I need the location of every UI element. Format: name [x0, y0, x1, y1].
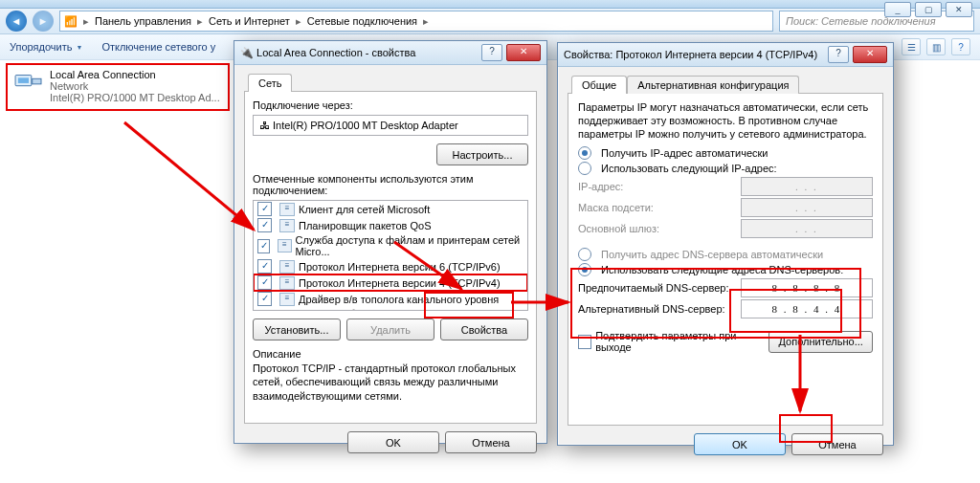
protocol-icon: ≡ — [279, 293, 295, 306]
nic-icon: 🔌 — [240, 47, 254, 59]
connect-via-label: Подключение через: — [253, 99, 528, 111]
maximize-button[interactable]: ▢ — [915, 2, 942, 17]
minimize-button[interactable]: _ — [884, 2, 911, 17]
install-button[interactable]: Установить... — [253, 318, 341, 340]
help-button[interactable]: ? — [481, 44, 502, 61]
connection-adapter: Intel(R) PRO/1000 MT Desktop Ad... — [13, 92, 222, 103]
organize-menu[interactable]: Упорядочить ▼ — [10, 41, 82, 53]
svg-rect-1 — [18, 77, 29, 83]
dns-alt-label: Альтернативный DNS-сервер: — [578, 303, 735, 315]
crumb[interactable]: Панель управления — [95, 15, 191, 27]
nav-back-button[interactable]: ◄ — [6, 11, 27, 32]
protocol-icon: ≡ — [279, 276, 295, 290]
component-item[interactable]: ✓≡Протокол Интернета версии 4 (TCP/IPv4) — [254, 274, 527, 291]
component-label: Планировщик пакетов QoS — [299, 220, 432, 231]
tab-general[interactable]: Общие — [571, 76, 627, 94]
protocol-icon: ≡ — [279, 260, 295, 274]
gateway-input: . . . — [741, 219, 873, 238]
dns-pref-label: Предпочитаемый DNS-сервер: — [578, 282, 735, 294]
properties-button[interactable]: Свойства — [440, 318, 528, 340]
mask-input: . . . — [741, 198, 873, 217]
tab-network[interactable]: Сеть — [248, 74, 292, 92]
ok-button[interactable]: OK — [694, 433, 786, 455]
dialog-title: Local Area Connection - свойства — [256, 47, 415, 58]
dialog-title: Свойства: Протокол Интернета версии 4 (T… — [564, 49, 817, 60]
ip-manual-radio[interactable]: Использовать следующий IP-адрес: — [578, 162, 873, 175]
close-button[interactable]: ✕ — [853, 46, 887, 63]
crumb[interactable]: Сеть и Интернет — [209, 15, 290, 27]
component-label: Протокол Интернета версии 4 (TCP/IPv4) — [299, 277, 501, 289]
nav-forward-button[interactable]: ► — [33, 11, 54, 32]
component-item[interactable]: ✓≡Планировщик пакетов QoS — [254, 217, 527, 233]
component-label: Служба доступа к файлам и принтерам сете… — [296, 234, 523, 257]
preview-pane-icon[interactable]: ▥ — [926, 38, 946, 55]
component-item[interactable]: ✓≡Драйвер в/в тополога канального уровня — [254, 291, 527, 307]
close-button[interactable]: ✕ — [506, 44, 541, 61]
disable-device-button[interactable]: Отключение сетевого у — [101, 41, 215, 53]
ip-input: . . . — [741, 177, 873, 196]
description-text: Протокол TCP/IP - стандартный протокол г… — [253, 362, 528, 403]
help-icon[interactable]: ? — [951, 38, 970, 55]
dns-manual-radio[interactable]: Использовать следующие адреса DNS-сервер… — [578, 263, 873, 276]
cancel-button[interactable]: Отмена — [445, 431, 537, 453]
checkbox-icon[interactable]: ✓ — [257, 239, 270, 253]
dns-pref-input[interactable]: 8 . 8 . 8 . 8 — [741, 278, 873, 297]
component-label: Протокол Интернета версии 6 (TCP/IPv6) — [299, 261, 501, 273]
help-button[interactable]: ? — [828, 46, 849, 63]
uninstall-button: Удалить — [346, 318, 434, 340]
checkbox-icon[interactable]: ✓ — [257, 218, 272, 232]
connection-status: Network — [13, 80, 222, 92]
protocol-icon: ≡ — [278, 239, 291, 252]
connection-name: Local Area Connection — [13, 69, 222, 80]
ip-auto-radio[interactable]: Получить IP-адрес автоматически — [578, 146, 873, 160]
checkbox-icon[interactable]: ✓ — [257, 202, 272, 216]
component-item[interactable]: ✓≡Ответчик обнаружения топологии канальн… — [254, 307, 527, 311]
connection-item[interactable]: Local Area Connection Network Intel(R) P… — [6, 63, 230, 111]
ipv4-properties-dialog: Свойства: Протокол Интернета версии 4 (T… — [557, 42, 894, 446]
dialog-titlebar[interactable]: 🔌 Local Area Connection - свойства ? ✕ — [234, 41, 546, 65]
validate-checkbox[interactable]: Подтвердить параметры при выходе — [578, 330, 763, 353]
nic-icon: 🖧 — [259, 120, 270, 131]
components-label: Отмеченные компоненты используются этим … — [253, 173, 528, 196]
close-button[interactable]: ✕ — [946, 2, 972, 17]
gateway-label: Основной шлюз: — [578, 223, 735, 234]
component-item[interactable]: ✓≡Клиент для сетей Microsoft — [254, 201, 527, 217]
address-bar-row: ◄ ► 📶 ▸ Панель управления ▸ Сеть и Интер… — [0, 9, 980, 34]
folder-icon: 📶 — [64, 15, 78, 28]
tab-alternate[interactable]: Альтернативная конфигурация — [627, 76, 799, 94]
description-heading: Описание — [253, 348, 528, 360]
lac-properties-dialog: 🔌 Local Area Connection - свойства ? ✕ С… — [234, 40, 547, 444]
view-icon[interactable]: ☰ — [902, 38, 921, 55]
crumb[interactable]: Сетевые подключения — [307, 15, 417, 27]
breadcrumb[interactable]: 📶 ▸ Панель управления ▸ Сеть и Интернет … — [59, 11, 773, 32]
checkbox-icon[interactable]: ✓ — [257, 259, 272, 274]
hint-text: Параметры IP могут назначаться автоматич… — [578, 101, 873, 141]
component-item[interactable]: ✓≡Протокол Интернета версии 6 (TCP/IPv6) — [254, 258, 527, 274]
component-item[interactable]: ✓≡Служба доступа к файлам и принтерам се… — [254, 233, 527, 258]
component-label: Драйвер в/в тополога канального уровня — [299, 294, 499, 305]
dns-auto-radio: Получить адрес DNS-сервера автоматически — [578, 248, 873, 261]
svg-rect-2 — [33, 78, 41, 84]
component-label: Ответчик обнаружения топологии канальног… — [296, 308, 523, 311]
protocol-icon: ≡ — [279, 203, 295, 216]
window-titlebar: _ ▢ ✕ — [0, 0, 980, 9]
network-adapter-icon — [13, 69, 44, 96]
dns-alt-input[interactable]: 8 . 8 . 4 . 4 — [741, 299, 873, 318]
cancel-button[interactable]: Отмена — [791, 433, 883, 455]
protocol-icon: ≡ — [279, 219, 295, 232]
checkbox-icon[interactable]: ✓ — [257, 275, 272, 290]
mask-label: Маска подсети: — [578, 202, 735, 213]
dialog-titlebar[interactable]: Свойства: Протокол Интернета версии 4 (T… — [558, 43, 893, 67]
ok-button[interactable]: OK — [347, 431, 439, 453]
checkbox-icon[interactable]: ✓ — [257, 292, 272, 306]
ip-label: IP-адрес: — [578, 181, 735, 192]
advanced-button[interactable]: Дополнительно... — [768, 331, 873, 353]
components-list[interactable]: ✓≡Клиент для сетей Microsoft✓≡Планировщи… — [253, 200, 528, 311]
adapter-field: 🖧 Intel(R) PRO/1000 MT Desktop Adapter — [253, 115, 528, 136]
component-label: Клиент для сетей Microsoft — [299, 204, 430, 215]
configure-button[interactable]: Настроить... — [436, 143, 528, 165]
